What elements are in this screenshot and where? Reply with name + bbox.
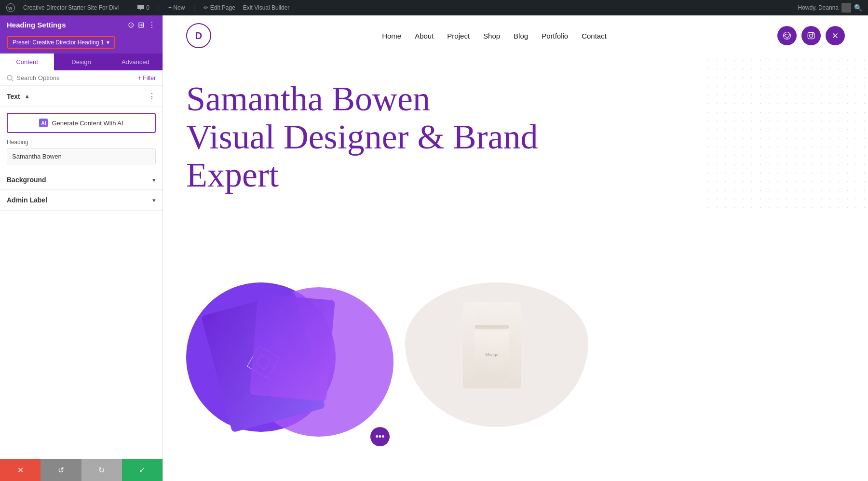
section-header-left: Text ▲ — [7, 93, 30, 100]
site-logo[interactable]: D — [186, 23, 211, 48]
admin-label-section: Admin Label ▾ — [0, 190, 163, 211]
text-section-more-icon[interactable]: ⋮ — [148, 92, 156, 101]
twitter-x-icon[interactable] — [826, 26, 845, 45]
undo-icon: ↺ — [58, 466, 64, 475]
nav-contact[interactable]: Contact — [582, 32, 607, 40]
panel-header: Heading Settings ⊙ ⊞ ⋮ — [0, 15, 163, 34]
dribbble-icon[interactable] — [777, 26, 797, 45]
heading-label: Heading — [7, 139, 156, 146]
focus-icon[interactable]: ⊙ — [128, 20, 134, 29]
admin-label-section-title: Admin Label — [7, 196, 47, 204]
text-section-title: Text — [7, 93, 20, 100]
save-button[interactable]: ✓ — [122, 459, 163, 481]
avatar — [841, 3, 851, 13]
nav-shop[interactable]: Shop — [483, 32, 500, 40]
generate-ai-button[interactable]: AI Generate Content With AI — [7, 113, 156, 133]
svg-point-7 — [813, 34, 813, 34]
user-info: Howdy, Deanna 🔍 — [798, 3, 863, 13]
hero-section: Samantha Bowen Visual Designer & Brand E… — [163, 56, 868, 278]
background-section-left: Background — [7, 176, 46, 184]
panel-tabs: Content Design Advanced — [0, 53, 163, 70]
portfolio-item-left — [186, 282, 393, 437]
panel-title: Heading Settings — [7, 21, 66, 29]
admin-label-section-header[interactable]: Admin Label ▾ — [0, 190, 163, 210]
chevron-down-icon: ▾ — [107, 39, 109, 46]
nav-blog[interactable]: Blog — [514, 32, 528, 40]
nav-about[interactable]: About — [415, 32, 434, 40]
filter-button[interactable]: + Filter — [138, 75, 156, 81]
text-section: Text ▲ ⋮ AI Generate Content With AI Hea… — [0, 86, 163, 170]
site-preview: D Home About Project Shop Blog Portfolio… — [163, 15, 868, 481]
search-icon — [7, 75, 14, 81]
save-icon: ✓ — [139, 466, 145, 475]
ai-btn-label: Generate Content With AI — [52, 120, 123, 127]
portfolio-images: Mirage ••• — [163, 278, 868, 437]
candle-brand-label: Mirage — [485, 352, 499, 357]
dot-pattern — [704, 56, 868, 210]
admin-label-section-left: Admin Label — [7, 196, 47, 204]
admin-label-chevron-down: ▾ — [152, 197, 156, 204]
instagram-icon[interactable] — [801, 26, 821, 45]
main-layout: Heading Settings ⊙ ⊞ ⋮ Preset: Creative … — [0, 15, 868, 481]
text-section-header[interactable]: Text ▲ ⋮ — [0, 86, 163, 107]
background-section: Background ▾ — [0, 170, 163, 190]
search-input[interactable] — [16, 74, 135, 81]
more-dots-button[interactable]: ••• — [370, 427, 390, 446]
search-icon[interactable]: 🔍 — [854, 4, 862, 12]
hero-heading-line1: Samantha Bowen — [186, 80, 582, 118]
candle-product: Mirage — [463, 302, 521, 388]
hero-heading-line2: Visual Designer & Brand — [186, 118, 582, 156]
text-section-chevron-up: ▲ — [24, 93, 30, 100]
background-chevron-down: ▾ — [152, 176, 156, 184]
preset-bar: Preset: Creative Director Heading 1 ▾ — [0, 34, 163, 53]
exit-builder-button[interactable]: Exit Visual Builder — [243, 4, 290, 11]
preset-dropdown[interactable]: Preset: Creative Director Heading 1 ▾ — [7, 36, 115, 49]
site-nav: D Home About Project Shop Blog Portfolio… — [163, 15, 868, 56]
nav-home[interactable]: Home — [382, 32, 401, 40]
hero-heading-line3: Expert — [186, 156, 582, 194]
product-box-overlay — [249, 294, 335, 401]
background-section-header[interactable]: Background ▾ — [0, 170, 163, 190]
text-section-content: AI Generate Content With AI Heading — [0, 107, 163, 170]
tab-design[interactable]: Design — [54, 53, 108, 70]
heading-input[interactable] — [7, 148, 156, 164]
site-name[interactable]: Creative Director Starter Site For Divi — [23, 4, 119, 11]
undo-button[interactable]: ↺ — [41, 459, 81, 481]
bottom-bar: ✕ ↺ ↻ ✓ — [0, 459, 163, 481]
svg-rect-5 — [808, 32, 814, 39]
svg-text:W: W — [8, 6, 13, 11]
redo-button[interactable]: ↻ — [81, 459, 122, 481]
cancel-icon: ✕ — [17, 466, 24, 475]
cancel-button[interactable]: ✕ — [0, 459, 41, 481]
background-section-title: Background — [7, 176, 46, 184]
candle-body: Mirage — [475, 331, 509, 379]
preset-label: Preset: Creative Director Heading 1 — [13, 39, 104, 46]
search-bar: + Filter — [0, 70, 163, 86]
left-panel: Heading Settings ⊙ ⊞ ⋮ Preset: Creative … — [0, 15, 163, 481]
comments-count[interactable]: 0 — [137, 4, 149, 11]
ai-icon: AI — [39, 119, 48, 127]
panel-spacer — [0, 211, 163, 459]
svg-line-3 — [12, 80, 13, 81]
panel-header-icons: ⊙ ⊞ ⋮ — [128, 20, 156, 29]
nav-links: Home About Project Shop Blog Portfolio C… — [382, 32, 607, 40]
divider: | — [126, 4, 130, 11]
more-dots-label: ••• — [376, 432, 385, 442]
tab-content[interactable]: Content — [0, 53, 54, 70]
tab-advanced[interactable]: Advanced — [108, 53, 163, 70]
more-options-icon[interactable]: ⋮ — [148, 20, 156, 29]
nav-portfolio[interactable]: Portfolio — [542, 32, 568, 40]
candle-lid — [475, 325, 509, 329]
social-icons — [777, 26, 845, 45]
divider3: | — [192, 4, 196, 11]
wp-logo[interactable]: W — [6, 3, 15, 13]
redo-icon: ↻ — [98, 466, 105, 475]
new-button[interactable]: + New — [168, 4, 185, 11]
columns-icon[interactable]: ⊞ — [138, 20, 144, 29]
edit-page-button[interactable]: ✏ Edit Page — [203, 4, 235, 11]
nav-project[interactable]: Project — [447, 32, 470, 40]
svg-point-6 — [810, 34, 813, 38]
svg-point-2 — [7, 75, 12, 80]
portfolio-item-right: Mirage — [405, 282, 612, 437]
admin-bar: W Creative Director Starter Site For Div… — [0, 0, 868, 15]
